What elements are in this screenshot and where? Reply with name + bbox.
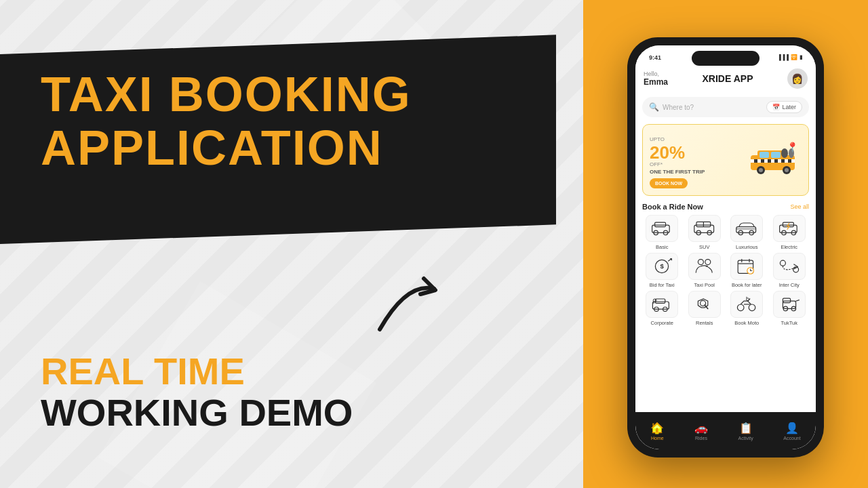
basic-label: Basic bbox=[656, 244, 668, 250]
ride-item-bid[interactable]: $ Bid for Taxi bbox=[642, 253, 682, 288]
ride-item-luxurious[interactable]: Luxurious bbox=[727, 215, 767, 250]
later-label: Later bbox=[782, 104, 796, 110]
promo-percent: 20% bbox=[650, 144, 747, 161]
ride-item-corporate[interactable]: Corporate bbox=[642, 291, 682, 326]
account-nav-label: Account bbox=[783, 436, 800, 441]
activity-nav-label: Activity bbox=[738, 436, 753, 441]
moto-label: Book Moto bbox=[734, 320, 759, 326]
svg-rect-26 bbox=[736, 227, 756, 233]
ride-item-suv[interactable]: SUV bbox=[685, 215, 725, 250]
bid-icon-box: $ bbox=[646, 253, 678, 280]
ride-item-moto[interactable]: Book Moto bbox=[727, 291, 767, 326]
svg-rect-2 bbox=[760, 152, 769, 158]
rides-nav-label: Rides bbox=[695, 436, 707, 441]
svg-point-36 bbox=[698, 260, 703, 265]
intercity-icon-box bbox=[773, 253, 806, 280]
svg-rect-11 bbox=[768, 159, 771, 163]
arrow-icon bbox=[366, 268, 448, 350]
ride-item-electric[interactable]: Electric bbox=[770, 215, 810, 250]
app-header: Hello, Emma XRIDE APP 👩 bbox=[635, 66, 816, 94]
subtitle-area: REAL TIME WORKING DEMO bbox=[41, 350, 353, 434]
search-icon: 🔍 bbox=[649, 102, 659, 112]
status-icons: ▐▐▐ 🛜 ▮ bbox=[777, 54, 802, 60]
suv-label: SUV bbox=[699, 244, 709, 250]
svg-point-57 bbox=[738, 304, 745, 311]
rentals-icon-box bbox=[688, 291, 721, 318]
luxurious-label: Luxurious bbox=[736, 244, 758, 250]
corporate-icon-box bbox=[646, 291, 678, 318]
app-title: XRIDE APP bbox=[703, 73, 753, 84]
calendar-icon: 📅 bbox=[772, 104, 780, 110]
ride-item-pool[interactable]: Taxi Pool bbox=[685, 253, 725, 288]
promo-desc: ONE THE FIRST TRIP bbox=[650, 169, 747, 175]
nav-home[interactable]: 🏠 Home bbox=[650, 422, 664, 441]
ride-grid: Basic SUV bbox=[642, 215, 809, 326]
account-icon: 👤 bbox=[785, 422, 799, 434]
title-line1: TAXI BOOKING bbox=[41, 68, 412, 121]
location-pin-icon: 📍 bbox=[787, 142, 798, 152]
ride-section: Book a Ride Now See all bbox=[635, 200, 816, 412]
nav-rides[interactable]: 🚗 Rides bbox=[694, 422, 708, 441]
subtitle-line1: REAL TIME bbox=[41, 350, 353, 392]
hello-text: Hello, bbox=[644, 70, 668, 77]
moto-icon-box bbox=[730, 291, 763, 318]
promo-image-area: 📍 bbox=[747, 145, 802, 176]
svg-rect-62 bbox=[783, 298, 790, 302]
nav-activity[interactable]: 📋 Activity bbox=[738, 422, 753, 441]
bid-label: Bid for Taxi bbox=[650, 282, 675, 288]
svg-point-37 bbox=[705, 260, 711, 265]
svg-point-59 bbox=[747, 298, 749, 301]
svg-rect-61 bbox=[783, 301, 795, 308]
svg-line-47 bbox=[793, 264, 797, 267]
svg-rect-12 bbox=[774, 159, 778, 163]
later-icon-box bbox=[730, 253, 763, 280]
right-section: 9:41 ▐▐▐ 🛜 ▮ Hello, Emma XRIDE APP 👩 bbox=[583, 0, 868, 488]
see-all-link[interactable]: See all bbox=[790, 203, 809, 210]
svg-point-7 bbox=[785, 168, 789, 172]
search-placeholder: Where to? bbox=[663, 104, 694, 111]
left-section: TAXI BOOKING APPLICATION REAL TIME WORKI… bbox=[0, 0, 583, 488]
suv-icon-box bbox=[688, 215, 721, 242]
phone-mockup: 9:41 ▐▐▐ 🛜 ▮ Hello, Emma XRIDE APP 👩 bbox=[627, 37, 824, 458]
nav-account[interactable]: 👤 Account bbox=[783, 422, 800, 441]
ride-item-tuktuk[interactable]: TukTuk bbox=[770, 291, 810, 326]
ride-item-later[interactable]: Book for later bbox=[727, 253, 767, 288]
activity-icon: 📋 bbox=[739, 422, 753, 434]
electric-label: Electric bbox=[781, 244, 797, 250]
svg-point-5 bbox=[759, 168, 763, 172]
svg-rect-14 bbox=[788, 159, 791, 163]
svg-rect-9 bbox=[754, 159, 757, 163]
electric-icon-box bbox=[773, 215, 806, 242]
promo-banner[interactable]: UPTO 20% OFF* ONE THE FIRST TRIP BOOK NO… bbox=[642, 124, 809, 196]
later-button[interactable]: 📅 Later bbox=[766, 101, 802, 113]
avatar[interactable]: 👩 bbox=[787, 68, 808, 89]
promo-text-area: UPTO 20% OFF* ONE THE FIRST TRIP BOOK NO… bbox=[650, 131, 747, 188]
subtitle-line2: WORKING DEMO bbox=[41, 392, 353, 434]
user-name: Emma bbox=[644, 77, 668, 87]
ride-section-title: Book a Ride Now bbox=[642, 203, 703, 211]
title-line2: APPLICATION bbox=[41, 121, 412, 175]
svg-rect-50 bbox=[656, 299, 665, 303]
luxurious-icon-box bbox=[730, 215, 763, 242]
book-now-button[interactable]: BOOK NOW bbox=[650, 178, 688, 188]
rentals-label: Rentals bbox=[696, 320, 713, 326]
tuktuk-label: TukTuk bbox=[781, 320, 797, 326]
intercity-label: Inter City bbox=[779, 282, 800, 288]
search-left: 🔍 Where to? bbox=[649, 102, 694, 112]
svg-rect-10 bbox=[761, 159, 764, 163]
ride-item-intercity[interactable]: Inter City bbox=[770, 253, 810, 288]
greeting-area: Hello, Emma bbox=[644, 70, 668, 87]
home-icon: 🏠 bbox=[650, 422, 664, 434]
later-ride-label: Book for later bbox=[732, 282, 762, 288]
search-bar[interactable]: 🔍 Where to? 📅 Later bbox=[642, 97, 809, 117]
ride-item-basic[interactable]: Basic bbox=[642, 215, 682, 250]
phone-screen: 9:41 ▐▐▐ 🛜 ▮ Hello, Emma XRIDE APP 👩 bbox=[635, 45, 816, 449]
rides-icon: 🚗 bbox=[694, 422, 708, 434]
signal-icon: ▐▐▐ bbox=[777, 54, 789, 60]
battery-icon: ▮ bbox=[800, 54, 802, 60]
ride-item-rentals[interactable]: Rentals bbox=[685, 291, 725, 326]
svg-rect-3 bbox=[771, 152, 781, 158]
svg-rect-18 bbox=[655, 222, 666, 226]
arrow-container bbox=[366, 268, 448, 352]
tuktuk-icon-box bbox=[773, 291, 806, 318]
